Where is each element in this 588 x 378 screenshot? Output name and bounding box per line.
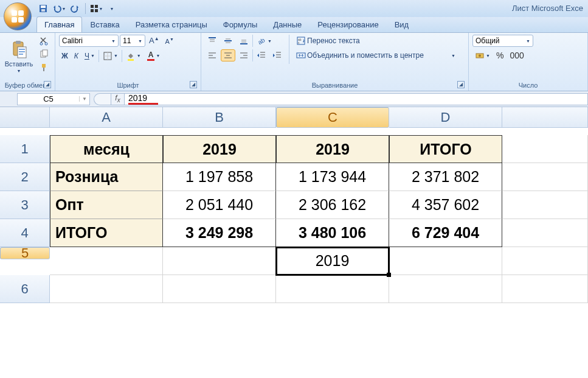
cell-e4[interactable]: [502, 219, 588, 247]
select-all-corner[interactable]: [0, 107, 50, 128]
tab-view[interactable]: Вид: [387, 16, 417, 32]
cell-a1[interactable]: месяц: [50, 135, 163, 163]
tab-page-layout[interactable]: Разметка страницы: [128, 16, 215, 32]
cell-e6[interactable]: [502, 275, 588, 303]
col-header-a[interactable]: A: [50, 107, 163, 128]
name-box[interactable]: C5 ▼: [17, 93, 90, 105]
cell-d2[interactable]: 2 371 802: [389, 163, 502, 191]
fx-cancel[interactable]: [94, 93, 111, 105]
cell-c3[interactable]: 2 306 162: [276, 191, 389, 219]
row-header-5[interactable]: 5: [0, 247, 50, 259]
cell-d6[interactable]: [389, 275, 502, 303]
formula-input[interactable]: 2019: [124, 93, 588, 105]
cell-b6[interactable]: [163, 275, 276, 303]
title-bar: ▼ ▼ ▼ Лист Microsoft Exce: [0, 0, 588, 17]
col-header-b[interactable]: B: [163, 107, 276, 128]
save-button[interactable]: [36, 2, 50, 15]
underline-button[interactable]: Ч▼: [82, 51, 97, 61]
cell-c6[interactable]: [276, 275, 389, 303]
clipboard-dialog-launcher[interactable]: ◢: [44, 81, 51, 88]
borders-button[interactable]: ▼: [100, 50, 120, 62]
cell-b5[interactable]: [163, 247, 276, 275]
merge-center-button[interactable]: Объединить и поместить в центре ▼: [294, 49, 458, 61]
cell-b1[interactable]: 2019: [163, 135, 276, 163]
increase-font-button[interactable]: A▲: [147, 35, 162, 46]
cell-d1[interactable]: ИТОГО: [389, 135, 502, 163]
row-header-2[interactable]: 2: [0, 163, 50, 191]
tab-home[interactable]: Главная: [36, 16, 82, 32]
font-dialog-launcher[interactable]: ◢: [190, 81, 197, 88]
col-header-d[interactable]: D: [389, 107, 502, 128]
align-right-icon: [239, 51, 249, 60]
cell-e5[interactable]: [502, 247, 588, 275]
font-size-select[interactable]: 11▼: [120, 35, 145, 47]
qat-customize[interactable]: ▼: [105, 2, 119, 15]
cell-a3[interactable]: Опт: [50, 191, 163, 219]
comma-button[interactable]: 000: [507, 49, 526, 61]
cell-b4[interactable]: 3 249 298: [163, 219, 276, 247]
format-painter-button[interactable]: [36, 61, 51, 74]
cell-a2[interactable]: Розница: [50, 163, 163, 191]
office-button[interactable]: [4, 2, 32, 30]
align-right-button[interactable]: [237, 49, 251, 61]
cell-d4[interactable]: 6 729 404: [389, 219, 502, 247]
align-middle-button[interactable]: [221, 35, 235, 47]
font-color-button[interactable]: A▼: [145, 49, 163, 62]
qat-grid-button[interactable]: ▼: [89, 2, 103, 15]
cut-button[interactable]: [36, 35, 51, 47]
copy-button[interactable]: [36, 48, 51, 60]
cell-e2[interactable]: [502, 163, 588, 191]
tab-insert[interactable]: Вставка: [82, 16, 127, 32]
paste-button[interactable]: Вставить ▼: [4, 35, 34, 77]
formula-value: 2019: [128, 93, 147, 103]
cell-e3[interactable]: [502, 191, 588, 219]
cell-c1[interactable]: 2019: [276, 135, 389, 163]
tab-formulas[interactable]: Формулы: [215, 16, 266, 32]
svg-rect-6: [95, 9, 98, 12]
worksheet-grid[interactable]: A B C D 1 месяц 2019 2019 ИТОГО 2 Розниц…: [0, 107, 588, 303]
italic-button[interactable]: К: [72, 51, 81, 61]
align-bottom-button[interactable]: [237, 35, 251, 47]
fx-button[interactable]: fx: [111, 93, 124, 105]
row-header-3[interactable]: 3: [0, 191, 50, 219]
tab-review[interactable]: Рецензирование: [310, 16, 386, 32]
cell-c4[interactable]: 3 480 106: [276, 219, 389, 247]
fill-color-button[interactable]: ▼: [123, 50, 144, 62]
align-center-button[interactable]: [221, 49, 235, 61]
tab-data[interactable]: Данные: [265, 16, 310, 32]
cell-b3[interactable]: 2 051 440: [163, 191, 276, 219]
svg-rect-10: [19, 49, 25, 50]
col-header-c[interactable]: C: [276, 107, 389, 128]
svg-rect-11: [19, 51, 25, 52]
cell-a6[interactable]: [50, 275, 163, 303]
cell-c2[interactable]: 1 173 944: [276, 163, 389, 191]
alignment-dialog-launcher[interactable]: ◢: [457, 81, 465, 88]
cell-d3[interactable]: 4 357 602: [389, 191, 502, 219]
align-top-button[interactable]: [205, 35, 220, 47]
row-header-1[interactable]: 1: [0, 135, 50, 163]
cell-a4[interactable]: ИТОГО: [50, 219, 163, 247]
font-name-select[interactable]: Calibri▼: [59, 35, 119, 47]
cell-c5[interactable]: 2019: [276, 247, 389, 275]
outdent-icon: [257, 51, 266, 60]
percent-button[interactable]: %: [494, 49, 506, 61]
undo-button[interactable]: ▼: [52, 2, 66, 15]
cell-a5[interactable]: [50, 247, 163, 275]
cell-e1[interactable]: [502, 135, 588, 163]
redo-button[interactable]: [68, 2, 81, 15]
col-header-e[interactable]: [502, 107, 588, 128]
decrease-indent-button[interactable]: [254, 49, 269, 61]
cell-d5[interactable]: [389, 247, 502, 275]
number-format-select[interactable]: Общий▼: [472, 35, 533, 47]
wrap-text-button[interactable]: abc Перенос текста: [294, 35, 458, 47]
align-left-button[interactable]: [205, 49, 220, 61]
currency-button[interactable]: ▼: [472, 49, 493, 61]
decrease-font-button[interactable]: A▼: [163, 36, 176, 46]
orientation-button[interactable]: ab▼: [254, 35, 274, 47]
cell-b2[interactable]: 1 197 858: [163, 163, 276, 191]
copy-icon: [39, 49, 49, 59]
row-header-6[interactable]: 6: [0, 275, 50, 303]
bold-button[interactable]: Ж: [59, 51, 71, 61]
row-header-4[interactable]: 4: [0, 219, 50, 247]
increase-indent-button[interactable]: [270, 49, 285, 61]
